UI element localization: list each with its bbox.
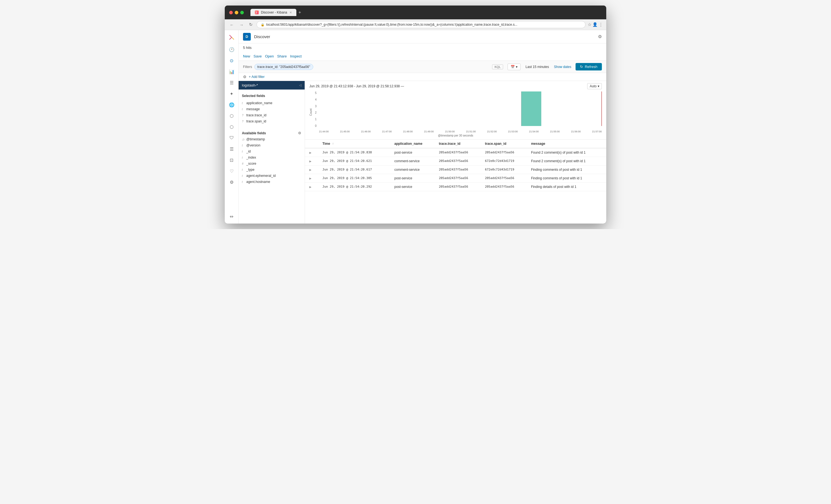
settings-icon[interactable]: ⚙ xyxy=(598,34,602,39)
cell-span_id: 205add2437f5aa56 xyxy=(482,148,528,157)
inspect-button[interactable]: Inspect xyxy=(290,53,302,59)
lock-icon: 🔒 xyxy=(261,23,264,27)
table-row[interactable]: ▶ Jun 29, 2019 @ 21:54:20.305 post-servi… xyxy=(305,174,606,183)
time-range[interactable]: Last 15 minutes xyxy=(523,64,552,70)
row-expand-button[interactable]: ▶ xyxy=(308,151,313,155)
collapse-panel-icon[interactable]: ◁ xyxy=(299,84,301,87)
sidebar-maps-icon[interactable]: 🌐 xyxy=(227,100,237,110)
sidebar-clock-icon[interactable]: 🕐 xyxy=(227,45,237,54)
cell-time: Jun 29, 2019 @ 21:54:20.838 xyxy=(319,148,391,157)
row-expand-button[interactable]: ▶ xyxy=(308,159,313,163)
field-trace-span-id[interactable]: ? trace.span_id xyxy=(238,118,305,124)
sidebar-canvas-icon[interactable]: ✦ xyxy=(227,89,237,99)
field-version[interactable]: t @version xyxy=(238,142,305,148)
reload-button[interactable]: ↻ xyxy=(248,21,254,28)
available-fields-settings-icon[interactable]: ⚙ xyxy=(298,131,301,135)
filter-pill[interactable]: trace.trace_id: "205add2437f5aa56" xyxy=(254,64,313,70)
sidebar-uptime-icon[interactable]: ♡ xyxy=(227,166,237,176)
chart-section: Jun 29, 2019 @ 21:43:12.938 - Jun 29, 20… xyxy=(305,81,606,140)
close-button[interactable] xyxy=(229,11,233,14)
app-icon: D xyxy=(243,33,251,40)
row-expand-button[interactable]: ▶ xyxy=(308,176,313,180)
cell-trace_id: 205add2437f5aa56 xyxy=(435,148,482,157)
kql-badge[interactable]: KQL xyxy=(492,64,503,69)
table-row[interactable]: ▶ Jun 29, 2019 @ 21:54:20.617 comment-se… xyxy=(305,166,606,174)
bookmark-icon[interactable]: ☆ xyxy=(588,22,591,27)
cell-application_name: comment-service xyxy=(391,166,436,174)
tab-kibana-icon xyxy=(255,10,259,14)
selected-fields-title: Selected fields xyxy=(238,92,305,100)
cell-time: Jun 29, 2019 @ 21:54:20.305 xyxy=(319,174,391,183)
refresh-button[interactable]: ↻ Refresh xyxy=(576,63,602,70)
sidebar-visualize-icon[interactable]: 📊 xyxy=(227,67,237,77)
cell-span_id: 672e0c72d43d1719 xyxy=(482,166,528,174)
field-trace-trace-id[interactable]: ? trace.trace_id xyxy=(238,112,305,118)
field-type-icon: t xyxy=(242,102,245,105)
forward-button[interactable]: → xyxy=(238,22,245,28)
auto-select[interactable]: Auto ▾ xyxy=(587,83,602,89)
field-message[interactable]: t message xyxy=(238,106,305,112)
minimize-button[interactable] xyxy=(235,11,238,14)
sidebar-ml-icon[interactable]: ⬡ xyxy=(227,111,237,121)
th-span_id[interactable]: trace.span_id xyxy=(482,140,528,148)
field-type-icon: ? xyxy=(242,120,245,123)
active-tab[interactable]: Discover - Kibana ✕ xyxy=(251,9,296,16)
sidebar-infra-icon[interactable]: ⊡ xyxy=(227,155,237,165)
th-expand xyxy=(305,140,319,148)
filter-bar: Filters trace.trace_id: "205add2437f5aa5… xyxy=(238,61,606,73)
th-message[interactable]: message xyxy=(528,140,606,148)
chart-x-label: @timestamp per 30 seconds xyxy=(309,134,602,137)
user-icon[interactable]: 👤 xyxy=(593,22,598,27)
time-picker[interactable]: 📅 ▾ xyxy=(508,64,520,70)
tab-close-button[interactable]: ✕ xyxy=(289,11,292,14)
menu-icon[interactable]: ⋮ xyxy=(599,22,603,27)
sidebar-apm-icon[interactable]: ⬡ xyxy=(227,122,237,132)
field-id[interactable]: t _id xyxy=(238,148,305,154)
sidebar-collapse-icon[interactable]: ⇔ xyxy=(227,211,237,221)
show-dates-button[interactable]: Show dates xyxy=(554,65,571,69)
field-agent-hostname[interactable]: t agent.hostname xyxy=(238,179,305,185)
table-row[interactable]: ▶ Jun 29, 2019 @ 21:54:20.838 post-servi… xyxy=(305,148,606,157)
th-trace_id[interactable]: trace.trace_id xyxy=(435,140,482,148)
sidebar-dashboard-icon[interactable]: ☰ xyxy=(227,78,237,88)
field-type[interactable]: t _type xyxy=(238,167,305,173)
filter-settings-icon[interactable]: ⚙ xyxy=(243,75,247,79)
back-button[interactable]: ← xyxy=(228,22,235,28)
cell-span_id: 672e0c72d43d1719 xyxy=(482,157,528,166)
left-panel: logstash-* ◁ Selected fields t applicati… xyxy=(238,81,305,224)
address-bar[interactable]: 🔒 localhost:5601/app/kibana#/discover?_g… xyxy=(257,21,585,28)
table-row[interactable]: ▶ Jun 29, 2019 @ 21:54:20.621 comment-se… xyxy=(305,157,606,166)
index-pattern[interactable]: logstash-* ◁ xyxy=(238,81,305,90)
field-index[interactable]: t _index xyxy=(238,154,305,160)
sidebar-discover-icon[interactable]: ⊙ xyxy=(227,56,237,65)
field-type-icon: ◷ xyxy=(242,138,245,141)
filters-label: Filters xyxy=(243,65,252,69)
th-application_name[interactable]: application_name xyxy=(391,140,436,148)
cell-trace_id: 205add2437f5aa56 xyxy=(435,183,482,191)
new-tab-button[interactable]: + xyxy=(298,10,301,15)
calendar-icon: 📅 xyxy=(511,65,515,69)
sidebar-siem-icon[interactable]: 🛡 xyxy=(227,133,237,143)
share-button[interactable]: Share xyxy=(277,53,287,59)
sidebar-logs-icon[interactable]: ☰ xyxy=(227,144,237,154)
new-button[interactable]: New xyxy=(243,53,250,59)
add-filter-button[interactable]: + Add filter xyxy=(249,75,264,79)
row-expand-button[interactable]: ▶ xyxy=(308,185,313,189)
th-time[interactable]: Time ↑ xyxy=(319,140,391,148)
open-button[interactable]: Open xyxy=(265,53,274,59)
field-type-icon: # xyxy=(242,162,245,165)
field-agent-ephemeral-id[interactable]: t agent.ephemeral_id xyxy=(238,173,305,179)
table-row[interactable]: ▶ Jun 29, 2019 @ 21:54:20.292 post-servi… xyxy=(305,183,606,191)
field-timestamp[interactable]: ◷ @timestamp xyxy=(238,136,305,142)
sidebar-dev-icon[interactable]: ⚙ xyxy=(227,177,237,187)
red-marker-line xyxy=(601,91,602,126)
save-button[interactable]: Save xyxy=(254,53,262,59)
cell-span_id: 205add2437f5aa56 xyxy=(482,174,528,183)
field-application_name[interactable]: t application_name xyxy=(238,100,305,106)
calendar-button[interactable]: 📅 ▾ xyxy=(508,64,520,70)
field-score[interactable]: # _score xyxy=(238,160,305,167)
maximize-button[interactable] xyxy=(240,11,244,14)
header-settings[interactable]: ⚙ xyxy=(598,34,602,39)
kibana-logo[interactable] xyxy=(227,32,237,42)
row-expand-button[interactable]: ▶ xyxy=(308,168,313,172)
